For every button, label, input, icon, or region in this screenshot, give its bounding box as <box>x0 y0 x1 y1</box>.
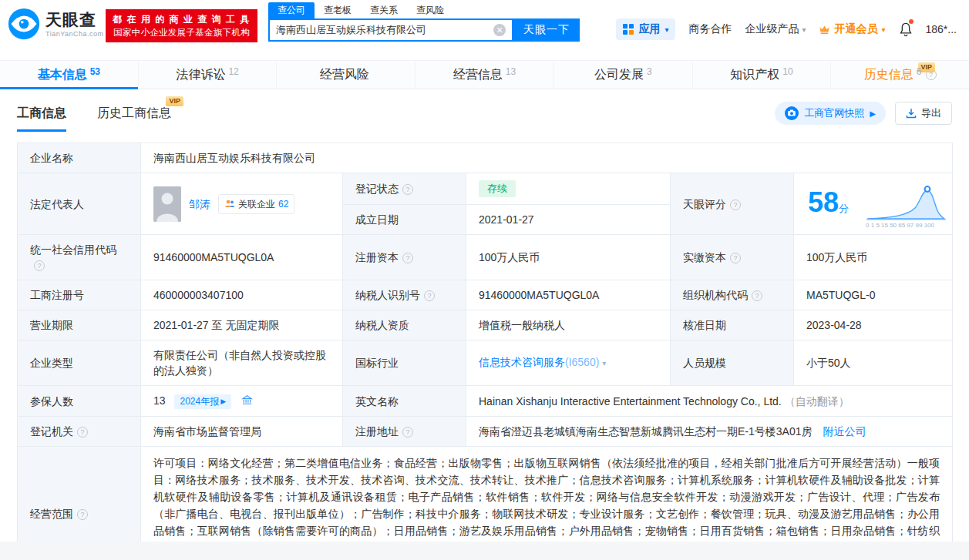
help-icon[interactable]: ? <box>402 427 413 438</box>
company-type-value: 有限责任公司（非自然人投资或控股的法人独资） <box>141 340 343 386</box>
top-header: 天眼查 TianYanCha.com 都 在 用 的 商 业 查 询 工 具 国… <box>0 0 969 51</box>
insured-label: 参保人数 <box>18 386 141 417</box>
status-badge: 存续 <box>479 180 516 197</box>
clear-search-icon[interactable]: ✕ <box>493 24 506 36</box>
legal-rep-label: 法定代表人 <box>18 173 141 235</box>
legal-rep-value: 邹涛 关联企业 62 <box>141 173 343 235</box>
staff-size-value: 小于50人 <box>794 340 953 386</box>
reg-status-value: 存续 <box>466 173 671 205</box>
header-actions: 应用 ▾ 商务合作 企业级产品▾ 开通会员 ▾ 186*... <box>616 18 957 40</box>
help-icon[interactable]: ? <box>34 260 45 271</box>
download-icon <box>906 108 917 119</box>
score-label: 天眼评分? <box>671 173 794 235</box>
row-insured-english: 参保人数 13 2024年报▶ 英文名称 Hainan Xishanju Int… <box>18 386 953 417</box>
staff-size-label: 人员规模 <box>671 340 794 386</box>
enterprise-products-link[interactable]: 企业级产品▾ <box>745 22 806 36</box>
notification-bell-icon[interactable] <box>899 22 913 37</box>
help-icon[interactable]: ? <box>752 290 762 301</box>
search-tab-relation[interactable]: 查关系 <box>361 2 407 18</box>
help-icon[interactable]: ? <box>402 184 413 195</box>
apps-menu[interactable]: 应用 ▾ <box>616 18 675 40</box>
help-icon[interactable]: ? <box>77 427 88 438</box>
tab-intellectual-property[interactable]: 知识产权10 <box>692 61 831 89</box>
tianyancha-logo[interactable]: 天眼查 TianYanCha.com <box>8 8 104 40</box>
search-box: ✕ <box>268 18 513 42</box>
credit-code-value: 91460000MA5TUQGL0A <box>141 235 343 280</box>
vip-membership-link[interactable]: 开通会员 ▾ <box>819 22 885 36</box>
chevron-down-icon: ▾ <box>665 25 668 34</box>
official-snapshot-button[interactable]: 工商官网快照 ▶ <box>775 102 886 125</box>
industry-label: 国标行业 <box>343 340 466 386</box>
tab-business-info[interactable]: 经营信息13 <box>415 61 553 89</box>
approval-date-label: 核准日期 <box>671 310 794 340</box>
search-input[interactable] <box>270 25 493 36</box>
business-registration-table: 企业名称 海南西山居互动娱乐科技有限公司 法定代表人 邹涛 关联企业 <box>17 143 953 560</box>
reg-capital-label: 注册资本? <box>343 235 466 280</box>
score-number: 58 <box>808 186 839 218</box>
row-type-industry: 企业类型 有限责任公司（非自然人投资或控股的法人独资） 国标行业 信息技术咨询服… <box>18 340 953 386</box>
section-header: 工商信息 VIP 历史工商信息 工商官网快照 ▶ <box>0 89 969 132</box>
related-companies-link[interactable]: 关联企业 62 <box>218 194 294 214</box>
tianyancha-eye-icon <box>8 8 40 40</box>
reg-number-value: 460000003407100 <box>141 280 343 310</box>
brand-name: 天眼查 <box>45 11 104 29</box>
help-icon[interactable]: ? <box>424 290 435 301</box>
nearby-companies-link[interactable]: 附近公司 <box>823 425 866 438</box>
crown-icon <box>819 25 830 35</box>
apps-grid-icon <box>623 24 634 35</box>
help-icon[interactable]: ? <box>730 253 741 263</box>
english-name-value: Hainan Xishanju Interactive Entertainmen… <box>466 386 953 417</box>
address-label: 注册地址? <box>343 417 466 447</box>
help-icon[interactable]: ? <box>730 200 741 210</box>
company-type-label: 企业类型 <box>18 340 141 386</box>
annual-report-badge[interactable]: 2024年报▶ <box>174 394 231 409</box>
search-area: 查公司 查老板 查关系 查风险 ✕ 天眼一下 <box>268 2 580 42</box>
score-value[interactable]: 58分 0 1 5 15 50 65 97 99 100 <box>794 173 953 235</box>
camera-icon <box>785 106 799 120</box>
reg-status-label: 登记状态? <box>343 173 466 205</box>
legal-rep-link[interactable]: 邹涛 <box>189 196 210 212</box>
reg-number-label: 工商注册号 <box>18 280 141 310</box>
subtab-history-business-registration[interactable]: VIP 历史工商信息 <box>97 106 171 132</box>
established-label: 成立日期 <box>343 205 466 235</box>
row-term-quality: 营业期限 2021-01-27 至 无固定期限 纳税人资质 增值税一般纳税人 核… <box>18 310 953 340</box>
search-tab-boss[interactable]: 查老板 <box>315 2 361 18</box>
export-button[interactable]: 导出 <box>895 102 952 125</box>
term-value: 2021-01-27 至 无固定期限 <box>141 310 343 340</box>
help-icon[interactable]: ? <box>77 509 88 520</box>
insured-value: 13 2024年报▶ <box>141 386 343 417</box>
business-cooperation-link[interactable]: 商务合作 <box>688 22 732 36</box>
term-label: 营业期限 <box>18 310 141 340</box>
industry-link[interactable]: 信息技术咨询服务 <box>479 356 565 368</box>
promo-line-2: 国家中小企业发展子基金旗下机构 <box>112 26 251 39</box>
legal-rep-photo[interactable] <box>153 186 181 222</box>
org-code-label: 组织机构代码? <box>671 280 794 310</box>
row-authority-address: 登记机关? 海南省市场监督管理局 注册地址? 海南省澄迈县老城镇海南生态智慧新城… <box>18 417 953 447</box>
reg-capital-value: 100万人民币 <box>466 235 671 280</box>
chevron-down-icon: ▾ <box>881 25 885 34</box>
taxpayer-quality-value: 增值税一般纳税人 <box>466 310 671 340</box>
chevron-down-icon[interactable]: ▾ <box>602 359 606 367</box>
help-icon[interactable]: ? <box>402 253 413 263</box>
established-value: 2021-01-27 <box>466 205 671 235</box>
social-insurance-icon[interactable] <box>241 394 253 406</box>
taxpayer-quality-label: 纳税人资质 <box>343 310 466 340</box>
tab-company-development[interactable]: 公司发展3 <box>553 61 692 89</box>
tab-history-info[interactable]: VIP 历史信息6 ? <box>830 61 969 89</box>
search-tab-risk[interactable]: 查风险 <box>407 2 453 18</box>
industry-value: 信息技术咨询服务(I6560)▾ <box>466 340 671 386</box>
row-company-name: 企业名称 海南西山居互动娱乐科技有限公司 <box>18 143 953 173</box>
search-tab-company[interactable]: 查公司 <box>268 2 315 18</box>
tianyancha-company-page: 天眼查 TianYanCha.com 都 在 用 的 商 业 查 询 工 具 国… <box>0 0 969 560</box>
tab-basic-info[interactable]: 基本信息53 <box>0 61 138 89</box>
paid-capital-value: 100万人民币 <box>794 235 953 280</box>
subtab-business-registration[interactable]: 工商信息 <box>17 106 66 132</box>
tab-operational-risk[interactable]: 经营风险 <box>276 61 415 89</box>
authority-label: 登记机关? <box>18 417 141 447</box>
user-phone[interactable]: 186*... <box>926 23 957 35</box>
score-axis-labels: 0 1 5 15 50 65 97 99 100 <box>866 222 946 229</box>
search-button[interactable]: 天眼一下 <box>513 18 580 42</box>
approval-date-value: 2023-04-28 <box>794 310 953 340</box>
tab-legal-proceedings[interactable]: 法律诉讼12 <box>138 61 277 89</box>
auto-translate-note: （自动翻译） <box>785 395 850 407</box>
